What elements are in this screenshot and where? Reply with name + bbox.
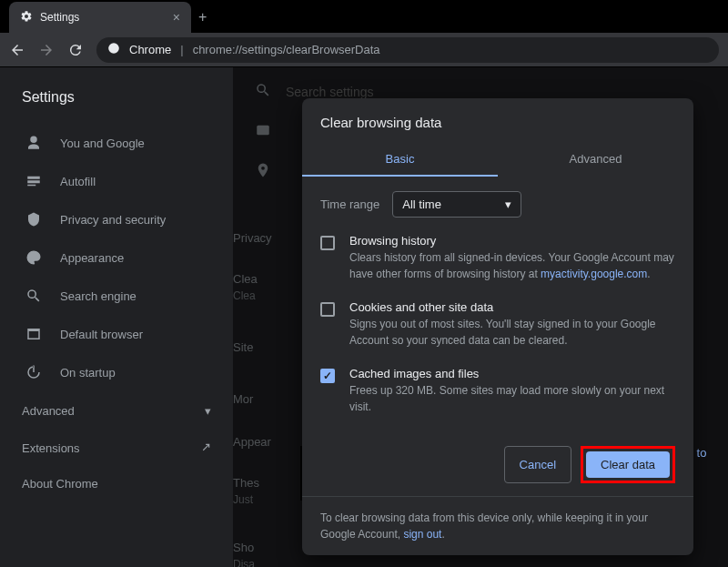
section-privacy: Privacy	[233, 231, 272, 245]
sidebar-extensions[interactable]: Extensions	[0, 430, 233, 466]
option-title: Cached images and files	[349, 367, 675, 380]
dialog-title: Clear browsing data	[302, 98, 693, 143]
reload-icon[interactable]	[67, 42, 84, 58]
sign-out-link[interactable]: sign out	[403, 528, 441, 541]
close-icon[interactable]: ×	[173, 10, 180, 25]
dialog-actions: Cancel Clear data	[302, 440, 693, 496]
card-icon	[255, 122, 271, 141]
sidebar-advanced-label: Advanced	[22, 404, 75, 418]
option-desc: Signs you out of most sites. You'll stay…	[349, 316, 675, 349]
row-more: Mor	[233, 380, 272, 410]
page-title: Settings	[0, 82, 233, 124]
sidebar-item-label: Autofill	[60, 175, 96, 188]
row-show1-sub: Disa	[233, 558, 272, 567]
sidebar-advanced-toggle[interactable]: Advanced▾	[0, 391, 233, 430]
search-icon	[255, 82, 271, 101]
option-desc: Clears history from all signed-in device…	[349, 249, 675, 282]
tab-advanced[interactable]: Advanced	[498, 143, 693, 177]
option-cookies[interactable]: Cookies and other site data Signs you ou…	[320, 300, 675, 349]
row-site: Site	[233, 328, 272, 358]
sidebar-item-appearance[interactable]: Appearance	[0, 238, 233, 277]
address-bar[interactable]: Chrome | chrome://settings/clearBrowserD…	[96, 37, 719, 63]
sidebar-about-label: About Chrome	[22, 477, 98, 491]
gear-icon	[20, 10, 33, 25]
time-range-label: Time range	[320, 197, 379, 211]
time-range-row: Time range All time ▾	[320, 191, 675, 218]
omnibox-separator: |	[180, 43, 183, 56]
sidebar-item-autofill[interactable]: Autofill	[0, 162, 233, 200]
sidebar-about[interactable]: About Chrome	[0, 466, 233, 501]
myactivity-link[interactable]: myactivity.google.com	[541, 268, 647, 280]
checkbox-cookies[interactable]	[320, 302, 335, 317]
chrome-icon	[107, 42, 120, 57]
chevron-down-icon: ▾	[205, 404, 211, 418]
sidebar-item-privacy-security[interactable]: Privacy and security	[0, 200, 233, 238]
time-range-value: All time	[402, 197, 441, 211]
sidebar-item-on-startup[interactable]: On startup	[0, 353, 233, 391]
settings-sidebar: Settings You and Google Autofill Privacy…	[0, 67, 233, 567]
tab-basic[interactable]: Basic	[302, 143, 498, 177]
browser-tab-active[interactable]: Settings ×	[9, 2, 191, 33]
option-cached[interactable]: Cached images and files Frees up 320 MB.…	[320, 367, 675, 415]
row-clear: Clea	[233, 259, 272, 289]
sidebar-item-you-and-google[interactable]: You and Google	[0, 124, 233, 162]
caret-down-icon: ▾	[505, 197, 511, 211]
settings-search-input[interactable]	[286, 85, 706, 99]
sidebar-item-label: You and Google	[60, 137, 145, 150]
time-range-dropdown[interactable]: All time ▾	[392, 191, 521, 218]
svg-point-0	[108, 43, 119, 54]
option-desc: Frees up 320 MB. Some sites may load mor…	[349, 382, 675, 415]
omnibox-url: chrome://settings/clearBrowserData	[193, 43, 380, 56]
browser-tabbar: Settings × +	[0, 0, 728, 33]
sidebar-extensions-label: Extensions	[22, 441, 80, 455]
cancel-button[interactable]: Cancel	[504, 446, 571, 483]
clear-data-button[interactable]: Clear data	[586, 451, 670, 478]
sidebar-item-label: Search engine	[60, 289, 136, 303]
navigation-toolbar: Chrome | chrome://settings/clearBrowserD…	[0, 33, 728, 67]
checkbox-cached[interactable]	[320, 369, 335, 383]
dialog-body: Time range All time ▾ Browsing history C…	[302, 177, 693, 440]
highlight-box: Clear data	[581, 446, 675, 483]
option-browsing-history[interactable]: Browsing history Clears history from all…	[320, 234, 675, 282]
clear-browsing-data-dialog: Clear browsing data Basic Advanced Time …	[302, 98, 693, 555]
back-icon[interactable]	[9, 42, 25, 58]
forward-icon[interactable]	[38, 42, 55, 58]
sidebar-item-label: On startup	[60, 366, 116, 380]
row-show1: Sho	[233, 528, 272, 558]
row-theme-sub: Just	[233, 493, 272, 506]
row-clear-sub: Clea	[233, 289, 272, 302]
omnibox-scheme: Chrome	[129, 43, 171, 56]
checkbox-browsing-history[interactable]	[320, 236, 335, 250]
tab-title: Settings	[40, 11, 79, 24]
sidebar-item-label: Privacy and security	[60, 213, 166, 227]
dialog-footer: To clear browsing data from this device …	[302, 496, 693, 555]
new-tab-button[interactable]: +	[198, 9, 207, 25]
sidebar-item-label: Appearance	[60, 251, 124, 265]
sidebar-item-default-browser[interactable]: Default browser	[0, 315, 233, 353]
option-title: Browsing history	[349, 234, 675, 248]
location-icon	[255, 162, 271, 181]
section-appearance: Appear	[233, 435, 272, 449]
dialog-tabs: Basic Advanced	[302, 143, 693, 177]
svg-rect-1	[257, 126, 269, 136]
option-title: Cookies and other site data	[349, 300, 675, 314]
row-theme: Thes	[233, 463, 272, 493]
sidebar-item-label: Default browser	[60, 328, 143, 341]
sidebar-item-search-engine[interactable]: Search engine	[0, 277, 233, 315]
